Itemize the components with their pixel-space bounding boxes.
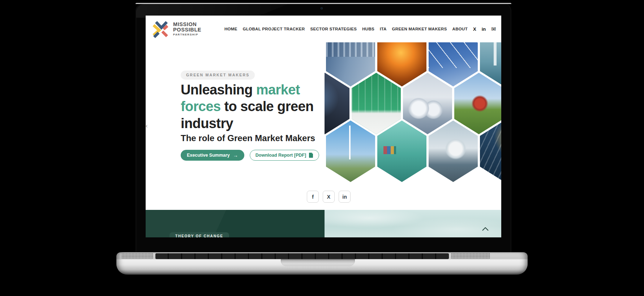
nav-green-market-makers[interactable]: GREEN MARKET MAKERS (392, 27, 447, 31)
email-icon[interactable]: ✉ (491, 26, 496, 33)
nav-global-project-tracker[interactable]: GLOBAL PROJECT TRACKER (243, 27, 305, 31)
share-linkedin-button[interactable]: in (339, 191, 351, 203)
hex-tile-wind-energy (326, 120, 375, 182)
nav-hubs[interactable]: HUBS (362, 27, 374, 31)
speaker-grille-right (451, 253, 490, 259)
main-nav: HOME GLOBAL PROJECT TRACKER SECTOR STRAT… (224, 16, 498, 42)
download-report-button[interactable]: Download Report [PDF] (250, 150, 319, 161)
hero-hexagon-mosaic (325, 42, 501, 183)
trackpad-thumb-scoop (281, 259, 355, 266)
brand-logo-mark (151, 20, 170, 38)
keyboard-row (155, 253, 449, 259)
sky-image-section (325, 210, 501, 237)
hero-subtitle: The role of Green Market Makers (181, 133, 315, 143)
nav-sector-strategies[interactable]: SECTOR STRATEGIES (310, 27, 357, 31)
laptop-screen: MISSION POSSIBLE PARTNERSHIP HOME GLOBAL… (146, 16, 501, 237)
hero-category-badge: GREEN MARKET MAKERS (181, 71, 255, 80)
hex-tile-container-ship (377, 120, 426, 182)
executive-summary-button[interactable]: Executive Summary → (181, 150, 244, 161)
cta-row: Executive Summary → Download Report [PDF… (181, 150, 319, 161)
speaker-grille-left (121, 253, 153, 259)
hex-tile-gas-plant (403, 73, 452, 134)
share-x-button[interactable]: X (323, 191, 335, 203)
hero-title: Unleashing market forces to scale green … (181, 81, 314, 132)
hex-tile-control-room (352, 73, 401, 134)
share-row: f X in (307, 191, 351, 203)
laptop-lid-edge-highlight (136, 3, 511, 4)
site-header: MISSION POSSIBLE PARTNERSHIP HOME GLOBAL… (146, 16, 501, 42)
arrow-right-icon: → (233, 152, 238, 158)
laptop-base (116, 252, 528, 275)
webcam-icon (321, 7, 323, 9)
share-facebook-button[interactable]: f (307, 191, 319, 203)
nav-about[interactable]: ABOUT (452, 27, 468, 31)
theory-of-change-label: THEORY OF CHANGE (169, 232, 229, 237)
x-social-icon[interactable]: X (473, 26, 476, 32)
brand-line3: PARTNERSHIP (173, 33, 201, 36)
nav-home[interactable]: HOME (224, 27, 237, 31)
brand-logo[interactable]: MISSION POSSIBLE PARTNERSHIP (151, 20, 201, 38)
brand-line2: POSSIBLE (173, 27, 201, 33)
hex-tile-hydrogen-truck (429, 120, 478, 182)
brand-logo-text: MISSION POSSIBLE PARTNERSHIP (173, 22, 201, 36)
laptop-lid: MISSION POSSIBLE PARTNERSHIP HOME GLOBAL… (136, 3, 511, 253)
scroll-to-top-icon[interactable] (482, 227, 489, 231)
theory-of-change-section: THEORY OF CHANGE (146, 210, 325, 237)
linkedin-icon[interactable]: in (482, 26, 486, 32)
hex-tile-agriculture-tractor (454, 73, 501, 134)
nav-ita[interactable]: ITA (380, 27, 387, 31)
brand-line1: MISSION (173, 22, 201, 27)
pdf-file-icon (309, 153, 313, 158)
carousel-prev-icon[interactable]: ‹ (146, 123, 147, 129)
